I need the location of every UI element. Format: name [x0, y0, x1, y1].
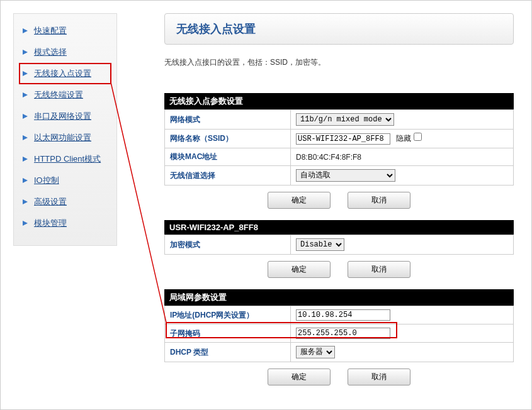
arrow-right-icon [21, 177, 30, 184]
svg-marker-4 [23, 114, 28, 119]
hide-label: 隐藏 [396, 134, 411, 143]
svg-marker-8 [23, 199, 28, 204]
cancel-button[interactable]: 取消 [348, 368, 410, 385]
nav-io-control[interactable]: IO控制 [19, 170, 111, 191]
label-mask: 子网掩码 [165, 324, 291, 343]
nav-link[interactable]: 快速配置 [34, 25, 67, 36]
row-ssid: 网络名称（SSID） 隐藏 [165, 130, 514, 148]
svg-line-10 [111, 82, 166, 323]
svg-marker-6 [23, 157, 28, 162]
arrow-right-icon [21, 134, 30, 141]
arrow-right-icon [21, 219, 30, 227]
label-ssid: 网络名称（SSID） [165, 130, 291, 148]
cancel-button[interactable]: 取消 [348, 192, 410, 209]
sidebar: 快速配置 模式选择 无线接入点设置 无线终端设置 串口及网络设置 以太网功能设置… [13, 13, 117, 246]
ok-button[interactable]: 确定 [268, 192, 331, 209]
encryption-buttons: 确定 取消 [164, 261, 514, 278]
nav-link[interactable]: HTTPD Client模式 [34, 153, 101, 165]
svg-marker-3 [23, 92, 28, 97]
row-mac: 模块MAC地址 D8:B0:4C:F4:8F:F8 [165, 148, 514, 166]
nav-module-manage[interactable]: 模块管理 [19, 213, 111, 234]
value-mac: D8:B0:4C:F4:8F:F8 [291, 148, 514, 166]
arrow-right-icon [21, 91, 30, 99]
nav-mode-select[interactable]: 模式选择 [19, 42, 111, 63]
nav-link[interactable]: 串口及网络设置 [34, 111, 91, 122]
nav-wireless-ap[interactable]: 无线接入点设置 [19, 63, 111, 84]
svg-marker-1 [23, 50, 28, 55]
input-ssid[interactable] [296, 133, 390, 145]
input-ip[interactable] [296, 309, 390, 321]
select-encryption[interactable]: Disable [296, 238, 344, 251]
nav-httpd-client[interactable]: HTTPD Client模式 [19, 148, 111, 170]
nav-wireless-terminal[interactable]: 无线终端设置 [19, 84, 111, 106]
content-area: 无线接入点设置 无线接入点接口的设置，包括：SSID，加密等。 无线接入点参数设… [164, 13, 514, 397]
ap-buttons: 确定 取消 [164, 192, 514, 209]
ok-button[interactable]: 确定 [268, 368, 331, 385]
label-ip: IP地址(DHCP网关设置） [165, 306, 291, 324]
svg-marker-0 [23, 28, 28, 33]
svg-marker-9 [23, 221, 28, 226]
lan-header: 局域网参数设置 [164, 289, 514, 306]
nav-link[interactable]: 以太网功能设置 [34, 132, 91, 143]
nav-quick-config[interactable]: 快速配置 [19, 20, 111, 42]
ap-params-header: 无线接入点参数设置 [164, 93, 514, 109]
row-encryption-mode: 加密模式 Disable [165, 235, 514, 255]
svg-marker-2 [23, 71, 28, 76]
row-mask: 子网掩码 [165, 324, 514, 343]
svg-marker-5 [23, 135, 28, 140]
arrow-right-icon [21, 70, 30, 77]
page-description: 无线接入点接口的设置，包括：SSID，加密等。 [164, 57, 514, 68]
row-channel: 无线信道选择 自动选取 [165, 166, 514, 186]
checkbox-hide-ssid[interactable] [414, 133, 422, 141]
encryption-header: USR-WIFI232-AP_8FF8 [164, 220, 514, 235]
nav-link[interactable]: IO控制 [34, 175, 59, 186]
label-encryption: 加密模式 [165, 235, 291, 255]
select-network-mode[interactable]: 11b/g/n mixed mode [296, 113, 394, 126]
input-mask[interactable] [296, 328, 390, 339]
nav-link[interactable]: 模式选择 [34, 47, 67, 58]
select-dhcp[interactable]: 服务器 [296, 346, 335, 358]
nav-advanced[interactable]: 高级设置 [19, 191, 111, 213]
nav-link[interactable]: 无线终端设置 [34, 89, 83, 101]
ap-params-section: 无线接入点参数设置 网络模式 11b/g/n mixed mode 网络名称（S… [164, 93, 514, 186]
label-mac: 模块MAC地址 [165, 148, 291, 166]
lan-buttons: 确定 取消 [164, 368, 514, 385]
arrow-right-icon [21, 48, 30, 56]
arrow-right-icon [21, 198, 30, 206]
arrow-right-icon [21, 27, 30, 35]
label-dhcp: DHCP 类型 [165, 343, 291, 362]
select-channel[interactable]: 自动选取 [296, 169, 395, 182]
encryption-section: USR-WIFI232-AP_8FF8 加密模式 Disable [164, 220, 514, 255]
page-title: 无线接入点设置 [164, 13, 514, 45]
ok-button[interactable]: 确定 [268, 261, 331, 278]
row-network-mode: 网络模式 11b/g/n mixed mode [165, 110, 514, 130]
svg-marker-7 [23, 178, 28, 183]
row-ip: IP地址(DHCP网关设置） [165, 306, 514, 324]
nav-link[interactable]: 无线接入点设置 [34, 68, 91, 79]
arrow-right-icon [21, 113, 30, 120]
nav-ethernet[interactable]: 以太网功能设置 [19, 127, 111, 148]
label-network-mode: 网络模式 [165, 110, 291, 130]
label-channel: 无线信道选择 [165, 166, 291, 186]
arrow-right-icon [21, 155, 30, 163]
nav-serial-network[interactable]: 串口及网络设置 [19, 106, 111, 127]
lan-table: IP地址(DHCP网关设置） 子网掩码 DHCP 类型 服务器 [164, 306, 514, 362]
ap-params-table: 网络模式 11b/g/n mixed mode 网络名称（SSID） 隐藏 模块… [164, 109, 514, 186]
cancel-button[interactable]: 取消 [348, 261, 410, 278]
nav-link[interactable]: 高级设置 [34, 196, 67, 208]
encryption-table: 加密模式 Disable [164, 235, 514, 255]
nav-link[interactable]: 模块管理 [34, 218, 67, 229]
lan-section: 局域网参数设置 IP地址(DHCP网关设置） 子网掩码 DHCP 类型 服务器 [164, 289, 514, 362]
row-dhcp: DHCP 类型 服务器 [165, 343, 514, 362]
